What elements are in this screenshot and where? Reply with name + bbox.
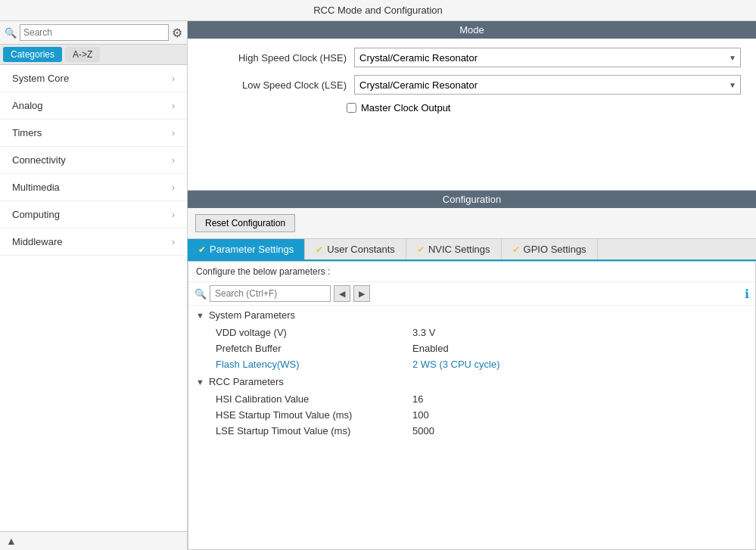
mode-header: Mode <box>188 21 756 39</box>
param-search-row: 🔍 ◀ ▶ ℹ <box>188 282 755 306</box>
param-vdd-voltage: VDD voltage (V) 3.3 V <box>188 325 755 340</box>
sidebar-tabs: Categories A->Z <box>0 45 187 65</box>
top-bar: RCC Mode and Configuration <box>0 0 756 21</box>
config-tabs: ✔ Parameter Settings ✔ User Constants ✔ … <box>188 239 756 261</box>
hse-select[interactable]: Crystal/Ceramic Resonator <box>354 48 741 67</box>
sidebar-item-system-core[interactable]: System Core › <box>0 65 187 92</box>
param-hsi-calibration: HSI Calibration Value 16 <box>188 391 755 407</box>
tab-parameter-settings[interactable]: ✔ Parameter Settings <box>188 239 305 259</box>
tab-check-icon: ✔ <box>512 244 520 255</box>
next-search-button[interactable]: ▶ <box>353 285 370 302</box>
config-header: Configuration <box>188 191 756 208</box>
param-prefetch-buffer: Prefetch Buffer Enabled <box>188 340 755 356</box>
tab-nvic-settings[interactable]: ✔ NVIC Settings <box>406 239 502 259</box>
param-flash-latency: Flash Latency(WS) 2 WS (3 CPU cycle) <box>188 356 755 372</box>
param-hse-startup-timeout: HSE Startup Timout Value (ms) 100 <box>188 407 755 423</box>
search-icon: 🔍 <box>5 27 17 39</box>
config-section: Configuration Reset Configuration ✔ Para… <box>188 191 756 550</box>
lse-row: Low Speed Clock (LSE) Crystal/Ceramic Re… <box>203 75 741 95</box>
sidebar-item-analog[interactable]: Analog › <box>0 92 187 120</box>
chevron-right-icon: › <box>172 210 175 220</box>
sidebar-tab-atoz[interactable]: A->Z <box>65 47 100 62</box>
gear-icon[interactable]: ⚙ <box>172 26 182 40</box>
config-body: Configure the below parameters : 🔍 ◀ ▶ ℹ… <box>188 261 756 550</box>
sidebar-item-computing[interactable]: Computing › <box>0 201 187 228</box>
tab-check-icon: ✔ <box>198 244 206 255</box>
collapse-icon: ▼ <box>196 311 204 320</box>
sidebar-item-connectivity[interactable]: Connectivity › <box>0 147 187 174</box>
lse-label: Low Speed Clock (LSE) <box>203 79 354 91</box>
reset-configuration-button[interactable]: Reset Configuration <box>195 214 295 232</box>
info-icon: ℹ <box>745 287 749 301</box>
param-search-input[interactable] <box>210 285 331 302</box>
mode-content: High Speed Clock (HSE) Crystal/Ceramic R… <box>188 39 756 190</box>
rcc-params-group-header[interactable]: ▼ RCC Parameters <box>188 372 755 391</box>
sidebar-search-bar: 🔍 ⚙ <box>0 21 187 45</box>
master-clock-checkbox[interactable] <box>347 103 356 113</box>
chevron-right-icon: › <box>172 101 175 111</box>
param-lse-startup-timeout: LSE Startup Timout Value (ms) 5000 <box>188 423 755 439</box>
mode-section: Mode High Speed Clock (HSE) Crystal/Cera… <box>188 21 756 191</box>
sidebar-nav: System Core › Analog › Timers › Connecti… <box>0 65 187 531</box>
lse-select-wrapper: Crystal/Ceramic Resonator ▼ <box>354 75 741 95</box>
sidebar-tab-categories[interactable]: Categories <box>3 47 62 62</box>
config-toolbar: Reset Configuration <box>188 208 756 239</box>
master-clock-row: Master Clock Output <box>347 102 741 113</box>
sidebar-item-middleware[interactable]: Middleware › <box>0 228 187 256</box>
window-title: RCC Mode and Configuration <box>313 5 443 16</box>
sidebar-item-multimedia[interactable]: Multimedia › <box>0 174 187 201</box>
chevron-right-icon: › <box>172 237 175 247</box>
hse-row: High Speed Clock (HSE) Crystal/Ceramic R… <box>203 48 741 67</box>
tab-user-constants[interactable]: ✔ User Constants <box>305 239 406 259</box>
tab-check-icon: ✔ <box>316 244 323 255</box>
param-search-icon: 🔍 <box>194 288 207 300</box>
tab-gpio-settings[interactable]: ✔ GPIO Settings <box>502 239 598 259</box>
lse-select[interactable]: Crystal/Ceramic Resonator <box>354 75 741 95</box>
expand-icon[interactable]: ▲ <box>6 535 17 547</box>
right-content: Mode High Speed Clock (HSE) Crystal/Cera… <box>188 21 756 550</box>
chevron-right-icon: › <box>172 182 175 193</box>
sidebar: 🔍 ⚙ Categories A->Z System Core › Analog… <box>0 21 188 550</box>
prev-search-button[interactable]: ◀ <box>334 285 350 302</box>
sidebar-search-input[interactable] <box>20 24 169 41</box>
master-clock-label: Master Clock Output <box>361 102 451 113</box>
config-description: Configure the below parameters : <box>188 262 755 282</box>
sidebar-item-timers[interactable]: Timers › <box>0 120 187 147</box>
tab-check-icon: ✔ <box>417 244 425 255</box>
chevron-right-icon: › <box>172 73 175 84</box>
sidebar-bottom: ▲ <box>0 531 187 550</box>
hse-select-wrapper: Crystal/Ceramic Resonator ▼ <box>354 48 741 67</box>
system-params-group-header[interactable]: ▼ System Parameters <box>188 306 755 325</box>
hse-label: High Speed Clock (HSE) <box>203 52 354 64</box>
chevron-right-icon: › <box>172 128 175 138</box>
chevron-right-icon: › <box>172 155 175 166</box>
collapse-icon: ▼ <box>196 378 204 387</box>
